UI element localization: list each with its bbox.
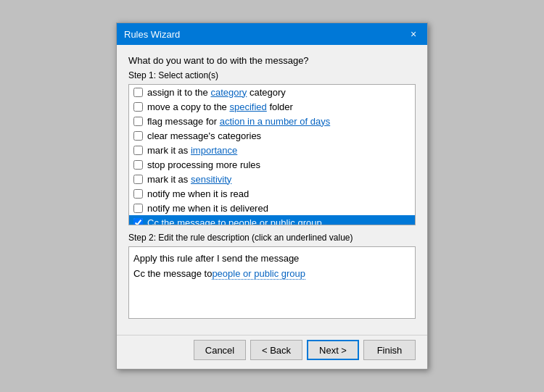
action-link[interactable]: specified bbox=[229, 101, 266, 112]
dialog-content: What do you want to do with the message?… bbox=[117, 45, 427, 335]
action-link[interactable]: people or public group bbox=[228, 217, 322, 226]
list-item[interactable]: assign it to the category category bbox=[129, 85, 415, 99]
rules-wizard-dialog: Rules Wizard × What do you want to do wi… bbox=[116, 22, 428, 370]
action-checkbox[interactable] bbox=[133, 189, 143, 199]
titlebar: Rules Wizard × bbox=[117, 23, 427, 45]
action-checkbox[interactable] bbox=[133, 131, 143, 141]
list-item[interactable]: flag message for action in a number of d… bbox=[129, 114, 415, 128]
action-checkbox[interactable] bbox=[133, 102, 143, 112]
action-checkbox[interactable] bbox=[133, 218, 143, 226]
back-button[interactable]: < Back bbox=[250, 340, 302, 360]
list-item[interactable]: move a copy to the specified folder bbox=[129, 99, 415, 114]
action-link[interactable]: importance bbox=[191, 145, 237, 156]
list-item[interactable]: mark it as importance bbox=[129, 143, 415, 157]
action-link[interactable]: sensitivity bbox=[191, 174, 231, 185]
question-text: What do you want to do with the message? bbox=[128, 55, 416, 66]
action-checkbox[interactable] bbox=[133, 146, 143, 155]
action-checkbox[interactable] bbox=[133, 204, 143, 213]
close-button[interactable]: × bbox=[407, 28, 420, 41]
description-line1: Apply this rule after I send the message bbox=[133, 251, 411, 267]
action-link[interactable]: category bbox=[210, 87, 247, 98]
next-button[interactable]: Next > bbox=[307, 340, 359, 360]
action-text: Cc the message to people or public group bbox=[147, 217, 322, 226]
step2-label: Step 2: Edit the rule description (click… bbox=[128, 233, 416, 243]
action-text: mark it as importance bbox=[147, 145, 237, 156]
action-text: mark it as sensitivity bbox=[147, 174, 231, 185]
list-item[interactable]: notify me when it is delivered bbox=[129, 201, 415, 215]
description-line2: Cc the message topeople or public group bbox=[133, 267, 411, 282]
action-text: flag message for action in a number of d… bbox=[147, 116, 330, 127]
list-item[interactable]: clear message's categories bbox=[129, 128, 415, 143]
list-item[interactable]: Cc the message to people or public group bbox=[129, 215, 415, 225]
step1-label: Step 1: Select action(s) bbox=[128, 70, 416, 80]
finish-button[interactable]: Finish bbox=[363, 340, 416, 360]
action-text: clear message's categories bbox=[147, 130, 261, 141]
action-checkbox[interactable] bbox=[133, 175, 143, 184]
list-item[interactable]: notify me when it is read bbox=[129, 186, 415, 201]
action-link[interactable]: action in a number of days bbox=[220, 116, 330, 127]
dialog-title: Rules Wizard bbox=[124, 29, 180, 40]
button-row: Cancel < Back Next > Finish bbox=[117, 335, 427, 369]
action-checkbox[interactable] bbox=[133, 160, 143, 170]
description-box: Apply this rule after I send the message… bbox=[128, 246, 416, 319]
list-item[interactable]: mark it as sensitivity bbox=[129, 172, 415, 186]
action-text: notify me when it is read bbox=[147, 188, 249, 199]
description-link[interactable]: people or public group bbox=[212, 268, 305, 280]
list-item[interactable]: stop processing more rules bbox=[129, 157, 415, 172]
action-text: notify me when it is delivered bbox=[147, 203, 268, 214]
action-text: move a copy to the specified folder bbox=[147, 101, 293, 112]
action-text: assign it to the category category bbox=[147, 87, 286, 98]
action-checkbox[interactable] bbox=[133, 88, 143, 97]
action-checkbox[interactable] bbox=[133, 117, 143, 126]
actions-list: assign it to the category categorymove a… bbox=[128, 84, 416, 225]
cancel-button[interactable]: Cancel bbox=[194, 340, 246, 360]
action-text: stop processing more rules bbox=[147, 159, 260, 170]
